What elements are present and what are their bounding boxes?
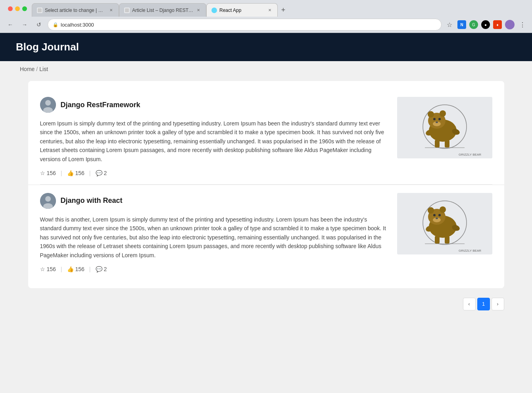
svg-point-31	[433, 214, 436, 216]
like-stat-1: 👍 156	[67, 170, 85, 176]
star-stat-1: ☆ 156	[40, 170, 56, 176]
comment-count-1: 2	[104, 170, 107, 176]
tab-3-title: React App	[219, 8, 265, 13]
svg-point-33	[436, 218, 438, 219]
browser-toolbar: ← → ↺ 🔒 localhost:3000 ☆ N G ● ♦ ⋮	[0, 17, 532, 33]
svg-text:GRIZZLY BEAR: GRIZZLY BEAR	[459, 153, 481, 156]
star-stat-2: ☆ 156	[40, 266, 56, 272]
comment-stat-2: 💬 2	[96, 266, 107, 272]
svg-point-12	[433, 118, 436, 120]
article-title-2[interactable]: Django with React	[61, 196, 123, 205]
comment-icon-2: 💬	[96, 266, 102, 272]
ext-red-icon[interactable]: ♦	[493, 20, 502, 29]
article-item-2: Django with React Wow! this is another, …	[40, 185, 492, 280]
maximize-window-dot[interactable]	[22, 6, 27, 11]
author-avatar-2	[40, 193, 56, 209]
comment-stat-1: 💬 2	[96, 170, 107, 176]
star-icon-2: ☆	[40, 266, 45, 272]
article-image-2: GRIZZLY BEAR	[397, 193, 492, 254]
bookmark-icon[interactable]: ☆	[445, 20, 454, 29]
article-main-2: Django with React Wow! this is another, …	[40, 193, 389, 272]
article-body-1: Lorem Ipsum is simply dummy text of the …	[40, 119, 389, 164]
new-tab-button[interactable]: +	[278, 4, 289, 15]
browser-tab-1[interactable]: Select article to change | Djan… ✕	[32, 3, 119, 17]
menu-icon[interactable]: ⋮	[518, 20, 527, 29]
ext-g-icon[interactable]: G	[469, 20, 478, 29]
breadcrumb-home[interactable]: Home	[20, 66, 35, 72]
svg-rect-35	[445, 236, 449, 244]
address-bar[interactable]: 🔒 localhost:3000	[48, 19, 442, 31]
article-body-2: Wow! this is another, Lorem Ipsum is sim…	[40, 215, 389, 260]
svg-point-28	[428, 207, 434, 214]
articles-list: Django RestFramework Lorem Ipsum is simp…	[28, 81, 504, 288]
tab-1-title: Select article to change | Djan…	[45, 8, 106, 13]
close-window-dot[interactable]	[8, 6, 13, 11]
prev-page-button[interactable]: ‹	[463, 298, 476, 310]
breadcrumb-separator: /	[36, 66, 38, 72]
window-controls	[3, 3, 32, 14]
svg-rect-1	[125, 8, 129, 12]
svg-text:GRIZZLY BEAR: GRIZZLY BEAR	[459, 249, 481, 252]
svg-point-14	[436, 121, 438, 123]
svg-point-22	[45, 196, 51, 202]
tab-2-close[interactable]: ✕	[196, 8, 201, 13]
app-title: Blog Journal	[16, 41, 516, 53]
author-avatar-1	[40, 97, 56, 113]
article-item: Django RestFramework Lorem Ipsum is simp…	[40, 89, 492, 185]
breadcrumb-current: List	[39, 66, 48, 72]
forward-button[interactable]: →	[19, 19, 30, 30]
svg-rect-16	[445, 140, 449, 148]
svg-point-32	[438, 214, 441, 216]
article-main-1: Django RestFramework Lorem Ipsum is simp…	[40, 97, 389, 176]
tab-2-title: Article List – Django REST fram…	[132, 8, 193, 13]
article-stats-1: ☆ 156 | 👍 156 | 💬 2	[40, 170, 389, 176]
like-icon-2: 👍	[67, 266, 74, 272]
breadcrumb: Home / List	[0, 61, 532, 77]
like-count-1: 156	[75, 170, 85, 176]
star-count-2: 156	[47, 266, 56, 272]
like-count-2: 156	[75, 266, 85, 272]
star-count-1: 156	[47, 170, 56, 176]
comment-icon-1: 💬	[96, 170, 102, 176]
comment-count-2: 2	[104, 266, 107, 272]
profile-avatar[interactable]	[505, 20, 515, 29]
browser-tab-2[interactable]: Article List – Django REST fram… ✕	[119, 3, 206, 17]
tab-1-close[interactable]: ✕	[108, 8, 114, 13]
app-header: Blog Journal	[0, 33, 532, 61]
main-content: Django RestFramework Lorem Ipsum is simp…	[20, 77, 512, 322]
svg-rect-15	[435, 140, 440, 148]
article-stats-2: ☆ 156 | 👍 156 | 💬 2	[40, 266, 389, 272]
svg-point-29	[440, 206, 446, 213]
ext-n-icon[interactable]: N	[457, 20, 466, 29]
svg-point-10	[440, 110, 446, 117]
minimize-window-dot[interactable]	[15, 6, 20, 11]
lock-icon: 🔒	[53, 22, 58, 27]
next-page-button[interactable]: ›	[492, 298, 504, 310]
article-image-1: GRIZZLY BEAR	[397, 97, 492, 158]
svg-point-9	[428, 111, 434, 118]
article-title-1[interactable]: Django RestFramework	[61, 101, 140, 109]
tab-3-close[interactable]: ✕	[267, 8, 273, 13]
svg-point-3	[45, 100, 51, 106]
svg-point-13	[438, 118, 441, 120]
like-icon-1: 👍	[67, 170, 74, 176]
ext-circle-icon[interactable]: ●	[481, 20, 490, 29]
svg-rect-0	[38, 8, 42, 12]
page-1-button[interactable]: 1	[477, 298, 490, 310]
back-button[interactable]: ←	[5, 19, 16, 30]
toolbar-actions: ☆ N G ● ♦ ⋮	[445, 20, 527, 29]
url-text: localhost:3000	[61, 22, 94, 28]
pagination: ‹ 1 ›	[28, 298, 504, 310]
browser-tab-3[interactable]: React App ✕	[206, 3, 278, 17]
article-header-1: Django RestFramework	[40, 97, 389, 113]
star-icon-1: ☆	[40, 170, 45, 176]
like-stat-2: 👍 156	[67, 266, 85, 272]
svg-rect-34	[435, 236, 440, 244]
article-header-2: Django with React	[40, 193, 389, 209]
reload-button[interactable]: ↺	[33, 19, 44, 30]
